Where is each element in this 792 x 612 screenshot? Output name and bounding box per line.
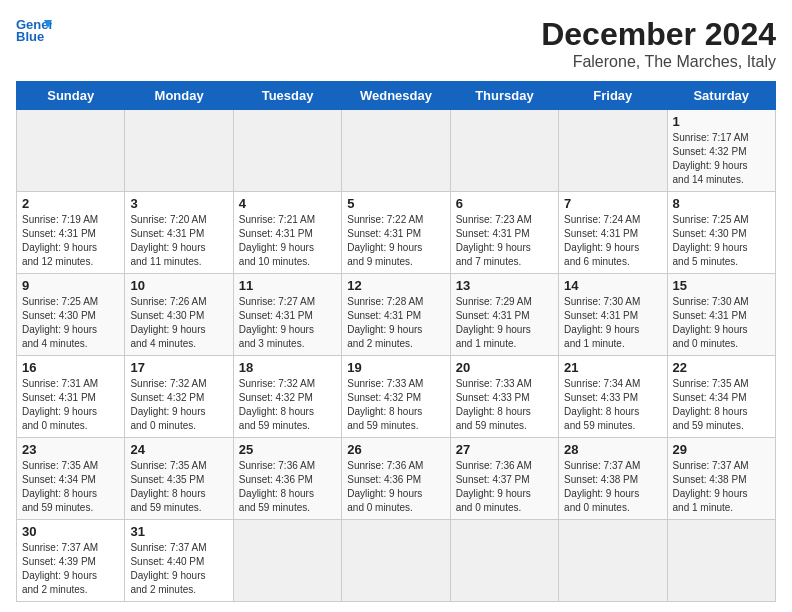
- day-number: 18: [239, 360, 336, 375]
- calendar-cell: 24Sunrise: 7:35 AM Sunset: 4:35 PM Dayli…: [125, 438, 233, 520]
- day-info: Sunrise: 7:33 AM Sunset: 4:32 PM Dayligh…: [347, 377, 444, 433]
- calendar-cell: [17, 110, 125, 192]
- day-number: 12: [347, 278, 444, 293]
- day-info: Sunrise: 7:36 AM Sunset: 4:36 PM Dayligh…: [347, 459, 444, 515]
- day-info: Sunrise: 7:35 AM Sunset: 4:35 PM Dayligh…: [130, 459, 227, 515]
- weekday-header-tuesday: Tuesday: [233, 82, 341, 110]
- day-number: 7: [564, 196, 661, 211]
- calendar-cell: [667, 520, 775, 602]
- calendar-cell: 1Sunrise: 7:17 AM Sunset: 4:32 PM Daylig…: [667, 110, 775, 192]
- day-number: 1: [673, 114, 770, 129]
- calendar-week-2: 2Sunrise: 7:19 AM Sunset: 4:31 PM Daylig…: [17, 192, 776, 274]
- day-number: 13: [456, 278, 553, 293]
- day-info: Sunrise: 7:27 AM Sunset: 4:31 PM Dayligh…: [239, 295, 336, 351]
- day-number: 11: [239, 278, 336, 293]
- calendar-cell: 26Sunrise: 7:36 AM Sunset: 4:36 PM Dayli…: [342, 438, 450, 520]
- calendar-cell: 17Sunrise: 7:32 AM Sunset: 4:32 PM Dayli…: [125, 356, 233, 438]
- weekday-header-saturday: Saturday: [667, 82, 775, 110]
- day-info: Sunrise: 7:21 AM Sunset: 4:31 PM Dayligh…: [239, 213, 336, 269]
- day-info: Sunrise: 7:29 AM Sunset: 4:31 PM Dayligh…: [456, 295, 553, 351]
- calendar-cell: 19Sunrise: 7:33 AM Sunset: 4:32 PM Dayli…: [342, 356, 450, 438]
- calendar-week-3: 9Sunrise: 7:25 AM Sunset: 4:30 PM Daylig…: [17, 274, 776, 356]
- day-info: Sunrise: 7:22 AM Sunset: 4:31 PM Dayligh…: [347, 213, 444, 269]
- day-info: Sunrise: 7:35 AM Sunset: 4:34 PM Dayligh…: [22, 459, 119, 515]
- day-number: 23: [22, 442, 119, 457]
- calendar-cell: 7Sunrise: 7:24 AM Sunset: 4:31 PM Daylig…: [559, 192, 667, 274]
- calendar-cell: 15Sunrise: 7:30 AM Sunset: 4:31 PM Dayli…: [667, 274, 775, 356]
- calendar-cell: 29Sunrise: 7:37 AM Sunset: 4:38 PM Dayli…: [667, 438, 775, 520]
- calendar-cell: 30Sunrise: 7:37 AM Sunset: 4:39 PM Dayli…: [17, 520, 125, 602]
- day-number: 26: [347, 442, 444, 457]
- day-info: Sunrise: 7:30 AM Sunset: 4:31 PM Dayligh…: [564, 295, 661, 351]
- calendar-week-5: 23Sunrise: 7:35 AM Sunset: 4:34 PM Dayli…: [17, 438, 776, 520]
- day-number: 29: [673, 442, 770, 457]
- day-info: Sunrise: 7:26 AM Sunset: 4:30 PM Dayligh…: [130, 295, 227, 351]
- calendar-cell: [233, 110, 341, 192]
- day-number: 4: [239, 196, 336, 211]
- day-info: Sunrise: 7:34 AM Sunset: 4:33 PM Dayligh…: [564, 377, 661, 433]
- weekday-header-thursday: Thursday: [450, 82, 558, 110]
- day-number: 17: [130, 360, 227, 375]
- calendar-cell: [342, 110, 450, 192]
- day-info: Sunrise: 7:37 AM Sunset: 4:40 PM Dayligh…: [130, 541, 227, 597]
- calendar-cell: 6Sunrise: 7:23 AM Sunset: 4:31 PM Daylig…: [450, 192, 558, 274]
- day-info: Sunrise: 7:32 AM Sunset: 4:32 PM Dayligh…: [130, 377, 227, 433]
- day-info: Sunrise: 7:36 AM Sunset: 4:36 PM Dayligh…: [239, 459, 336, 515]
- day-number: 9: [22, 278, 119, 293]
- calendar-week-4: 16Sunrise: 7:31 AM Sunset: 4:31 PM Dayli…: [17, 356, 776, 438]
- day-number: 14: [564, 278, 661, 293]
- calendar-cell: 2Sunrise: 7:19 AM Sunset: 4:31 PM Daylig…: [17, 192, 125, 274]
- day-info: Sunrise: 7:31 AM Sunset: 4:31 PM Dayligh…: [22, 377, 119, 433]
- day-number: 15: [673, 278, 770, 293]
- calendar-cell: [559, 110, 667, 192]
- calendar-cell: [559, 520, 667, 602]
- day-number: 22: [673, 360, 770, 375]
- day-info: Sunrise: 7:36 AM Sunset: 4:37 PM Dayligh…: [456, 459, 553, 515]
- day-info: Sunrise: 7:32 AM Sunset: 4:32 PM Dayligh…: [239, 377, 336, 433]
- day-number: 24: [130, 442, 227, 457]
- calendar-cell: 16Sunrise: 7:31 AM Sunset: 4:31 PM Dayli…: [17, 356, 125, 438]
- logo-icon: General Blue: [16, 16, 52, 44]
- calendar-cell: 5Sunrise: 7:22 AM Sunset: 4:31 PM Daylig…: [342, 192, 450, 274]
- day-number: 27: [456, 442, 553, 457]
- calendar-cell: 4Sunrise: 7:21 AM Sunset: 4:31 PM Daylig…: [233, 192, 341, 274]
- day-info: Sunrise: 7:17 AM Sunset: 4:32 PM Dayligh…: [673, 131, 770, 187]
- calendar-cell: 8Sunrise: 7:25 AM Sunset: 4:30 PM Daylig…: [667, 192, 775, 274]
- logo: General Blue: [16, 16, 52, 44]
- day-info: Sunrise: 7:23 AM Sunset: 4:31 PM Dayligh…: [456, 213, 553, 269]
- calendar-cell: 27Sunrise: 7:36 AM Sunset: 4:37 PM Dayli…: [450, 438, 558, 520]
- day-info: Sunrise: 7:20 AM Sunset: 4:31 PM Dayligh…: [130, 213, 227, 269]
- calendar-cell: 11Sunrise: 7:27 AM Sunset: 4:31 PM Dayli…: [233, 274, 341, 356]
- calendar-cell: 25Sunrise: 7:36 AM Sunset: 4:36 PM Dayli…: [233, 438, 341, 520]
- svg-text:Blue: Blue: [16, 29, 44, 44]
- calendar-cell: [450, 110, 558, 192]
- calendar-week-6: 30Sunrise: 7:37 AM Sunset: 4:39 PM Dayli…: [17, 520, 776, 602]
- day-number: 16: [22, 360, 119, 375]
- day-number: 5: [347, 196, 444, 211]
- day-info: Sunrise: 7:19 AM Sunset: 4:31 PM Dayligh…: [22, 213, 119, 269]
- calendar-cell: 13Sunrise: 7:29 AM Sunset: 4:31 PM Dayli…: [450, 274, 558, 356]
- day-info: Sunrise: 7:33 AM Sunset: 4:33 PM Dayligh…: [456, 377, 553, 433]
- day-number: 20: [456, 360, 553, 375]
- calendar-cell: 9Sunrise: 7:25 AM Sunset: 4:30 PM Daylig…: [17, 274, 125, 356]
- day-number: 21: [564, 360, 661, 375]
- weekday-header-monday: Monday: [125, 82, 233, 110]
- calendar-cell: 20Sunrise: 7:33 AM Sunset: 4:33 PM Dayli…: [450, 356, 558, 438]
- calendar-body: 1Sunrise: 7:17 AM Sunset: 4:32 PM Daylig…: [17, 110, 776, 602]
- calendar-cell: [342, 520, 450, 602]
- weekday-header-friday: Friday: [559, 82, 667, 110]
- day-info: Sunrise: 7:37 AM Sunset: 4:38 PM Dayligh…: [564, 459, 661, 515]
- calendar-cell: 23Sunrise: 7:35 AM Sunset: 4:34 PM Dayli…: [17, 438, 125, 520]
- calendar-cell: 21Sunrise: 7:34 AM Sunset: 4:33 PM Dayli…: [559, 356, 667, 438]
- day-number: 25: [239, 442, 336, 457]
- calendar-week-1: 1Sunrise: 7:17 AM Sunset: 4:32 PM Daylig…: [17, 110, 776, 192]
- day-info: Sunrise: 7:25 AM Sunset: 4:30 PM Dayligh…: [22, 295, 119, 351]
- day-number: 10: [130, 278, 227, 293]
- day-info: Sunrise: 7:35 AM Sunset: 4:34 PM Dayligh…: [673, 377, 770, 433]
- day-info: Sunrise: 7:37 AM Sunset: 4:38 PM Dayligh…: [673, 459, 770, 515]
- weekday-header-row: SundayMondayTuesdayWednesdayThursdayFrid…: [17, 82, 776, 110]
- calendar-cell: [125, 110, 233, 192]
- calendar-cell: 18Sunrise: 7:32 AM Sunset: 4:32 PM Dayli…: [233, 356, 341, 438]
- title-block: December 2024 Falerone, The Marches, Ita…: [541, 16, 776, 71]
- calendar-cell: 12Sunrise: 7:28 AM Sunset: 4:31 PM Dayli…: [342, 274, 450, 356]
